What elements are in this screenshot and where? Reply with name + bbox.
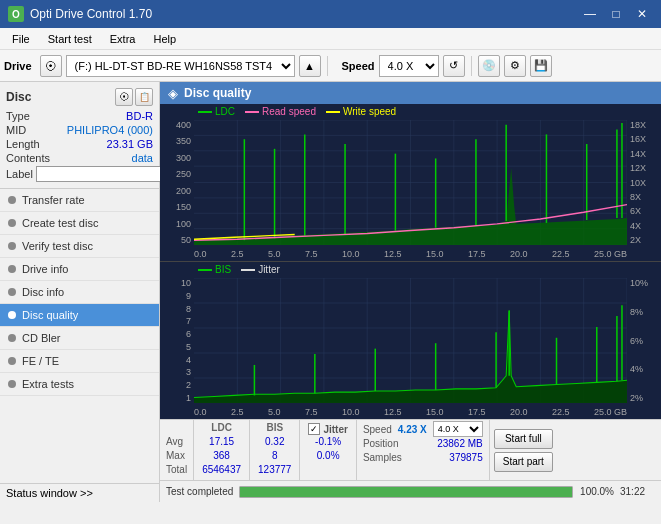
sidebar-nav: Transfer rate Create test disc Verify te… bbox=[0, 189, 159, 396]
content-area: ◈ Disc quality LDC Read speed bbox=[160, 82, 661, 502]
minimize-button[interactable]: — bbox=[579, 5, 601, 23]
disc-label-input[interactable] bbox=[36, 166, 169, 182]
disc-contents-label: Contents bbox=[6, 152, 50, 164]
sidebar-item-disc-info[interactable]: Disc info bbox=[0, 281, 159, 304]
start-full-button[interactable]: Start full bbox=[494, 429, 553, 449]
sidebar-item-extra-tests[interactable]: Extra tests bbox=[0, 373, 159, 396]
content-header: ◈ Disc quality bbox=[160, 82, 661, 104]
chart-bottom-legend: BIS Jitter bbox=[198, 264, 280, 275]
ldc-avg: 17.15 bbox=[202, 436, 241, 450]
legend-read-speed-label: Read speed bbox=[262, 106, 316, 117]
disc-mid-value: PHILIPRO4 (000) bbox=[67, 124, 153, 136]
stats-bar: Avg Max Total LDC 17.15 368 6546437 BIS … bbox=[160, 419, 661, 480]
position-label: Position bbox=[363, 438, 399, 449]
stats-bis: BIS 0.32 8 123777 bbox=[250, 420, 300, 480]
content-icon: ◈ bbox=[168, 86, 178, 101]
nav-dot-create-test-disc bbox=[8, 219, 16, 227]
speed-label: Speed bbox=[363, 424, 392, 435]
speed-select-stats[interactable]: 4.0 X bbox=[433, 421, 483, 437]
menu-extra[interactable]: Extra bbox=[102, 31, 144, 47]
chart-top-y-left: 400 350 300 250 200 150 100 50 bbox=[160, 120, 193, 245]
max-label: Max bbox=[166, 450, 187, 464]
sidebar-item-disc-quality[interactable]: Disc quality bbox=[0, 304, 159, 327]
chart-bottom: BIS Jitter 10 9 8 7 6 5 4 3 bbox=[160, 262, 661, 419]
eject-button[interactable]: ▲ bbox=[299, 55, 321, 77]
position-value: 23862 MB bbox=[437, 438, 483, 449]
maximize-button[interactable]: □ bbox=[605, 5, 627, 23]
disc-icon-1[interactable]: 🖸 bbox=[115, 88, 133, 106]
settings-button[interactable]: ⚙ bbox=[504, 55, 526, 77]
chart-top-legend: LDC Read speed Write speed bbox=[198, 106, 396, 117]
toolbar: Drive 🖸 (F:) HL-DT-ST BD-RE WH16NS58 TST… bbox=[0, 50, 661, 82]
menu-help[interactable]: Help bbox=[145, 31, 184, 47]
legend-jitter-label: Jitter bbox=[258, 264, 280, 275]
menu-bar: File Start test Extra Help bbox=[0, 28, 661, 50]
progress-bar-outer bbox=[239, 486, 573, 498]
legend-read-speed: Read speed bbox=[245, 106, 316, 117]
start-part-button[interactable]: Start part bbox=[494, 452, 553, 472]
stats-ldc: LDC 17.15 368 6546437 bbox=[194, 420, 250, 480]
status-window-label: Status window >> bbox=[6, 487, 93, 499]
nav-label-cd-bler: CD Bler bbox=[22, 332, 61, 344]
legend-ldc: LDC bbox=[198, 106, 235, 117]
jitter-checkbox[interactable]: ✓ bbox=[308, 423, 320, 435]
test-completed-label: Test completed bbox=[166, 486, 233, 497]
samples-value: 379875 bbox=[449, 452, 482, 463]
chart-top-x-axis: 0.0 2.5 5.0 7.5 10.0 12.5 15.0 17.5 20.0… bbox=[194, 249, 627, 259]
chart-bottom-x-axis: 0.0 2.5 5.0 7.5 10.0 12.5 15.0 17.5 20.0… bbox=[194, 407, 627, 417]
drive-icon-btn[interactable]: 🖸 bbox=[40, 55, 62, 77]
legend-write-speed-label: Write speed bbox=[343, 106, 396, 117]
disc-length-value: 23.31 GB bbox=[107, 138, 153, 150]
disc-icons: 🖸 📋 bbox=[115, 88, 153, 106]
disc-button[interactable]: 💿 bbox=[478, 55, 500, 77]
status-window-btn[interactable]: Status window >> bbox=[0, 483, 159, 502]
speed-value: 4.23 X bbox=[398, 424, 427, 435]
progress-percent: 100.0% bbox=[579, 486, 614, 497]
stats-jitter: ✓ Jitter -0.1% 0.0% bbox=[300, 420, 356, 480]
progress-bar-inner bbox=[240, 487, 572, 497]
speed-row: Speed 4.23 X 4.0 X bbox=[363, 422, 483, 436]
disc-length-label: Length bbox=[6, 138, 40, 150]
nav-label-drive-info: Drive info bbox=[22, 263, 68, 275]
nav-label-extra-tests: Extra tests bbox=[22, 378, 74, 390]
chart-bottom-svg bbox=[194, 278, 627, 403]
ldc-header: LDC bbox=[202, 422, 241, 436]
ldc-total: 6546437 bbox=[202, 464, 241, 478]
nav-label-disc-info: Disc info bbox=[22, 286, 64, 298]
bis-total: 123777 bbox=[258, 464, 291, 478]
disc-header: Disc 🖸 📋 bbox=[6, 88, 153, 106]
sidebar-item-fe-te[interactable]: FE / TE bbox=[0, 350, 159, 373]
sidebar-item-create-test-disc[interactable]: Create test disc bbox=[0, 212, 159, 235]
drive-label: Drive bbox=[4, 60, 32, 72]
position-row: Position 23862 MB bbox=[363, 436, 483, 450]
disc-label-label: Label bbox=[6, 168, 33, 180]
avg-label: Avg bbox=[166, 436, 187, 450]
stats-row-labels: Avg Max Total bbox=[160, 420, 194, 480]
legend-write-speed: Write speed bbox=[326, 106, 396, 117]
sidebar: Disc 🖸 📋 Type BD-R MID PHILIPRO4 (000) L… bbox=[0, 82, 160, 502]
nav-dot-disc-quality bbox=[8, 311, 16, 319]
disc-panel: Disc 🖸 📋 Type BD-R MID PHILIPRO4 (000) L… bbox=[0, 82, 159, 189]
chart-bottom-y-left: 10 9 8 7 6 5 4 3 2 1 bbox=[160, 278, 193, 403]
samples-label: Samples bbox=[363, 452, 402, 463]
drive-select[interactable]: (F:) HL-DT-ST BD-RE WH16NS58 TST4 bbox=[66, 55, 295, 77]
nav-label-disc-quality: Disc quality bbox=[22, 309, 78, 321]
menu-start-test[interactable]: Start test bbox=[40, 31, 100, 47]
disc-icon-2[interactable]: 📋 bbox=[135, 88, 153, 106]
sidebar-item-cd-bler[interactable]: CD Bler bbox=[0, 327, 159, 350]
close-button[interactable]: ✕ bbox=[631, 5, 653, 23]
jitter-avg: -0.1% bbox=[308, 436, 347, 450]
sidebar-item-drive-info[interactable]: Drive info bbox=[0, 258, 159, 281]
refresh-button[interactable]: ↺ bbox=[443, 55, 465, 77]
speed-select[interactable]: 4.0 X bbox=[379, 55, 439, 77]
sidebar-item-verify-test-disc[interactable]: Verify test disc bbox=[0, 235, 159, 258]
nav-dot-verify-test-disc bbox=[8, 242, 16, 250]
app-title: Opti Drive Control 1.70 bbox=[30, 7, 152, 21]
save-button[interactable]: 💾 bbox=[530, 55, 552, 77]
chart-top-svg bbox=[194, 120, 627, 245]
sidebar-item-transfer-rate[interactable]: Transfer rate bbox=[0, 189, 159, 212]
menu-file[interactable]: File bbox=[4, 31, 38, 47]
chart-bottom-y-right: 10% 8% 6% 4% 2% bbox=[628, 278, 661, 403]
nav-dot-cd-bler bbox=[8, 334, 16, 342]
title-bar-left: O Opti Drive Control 1.70 bbox=[8, 6, 152, 22]
